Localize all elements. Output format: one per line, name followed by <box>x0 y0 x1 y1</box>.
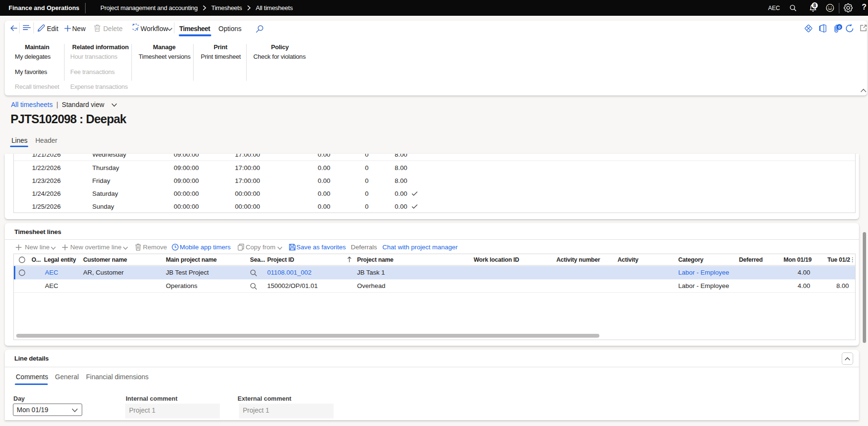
svg-text:0: 0 <box>838 25 840 30</box>
